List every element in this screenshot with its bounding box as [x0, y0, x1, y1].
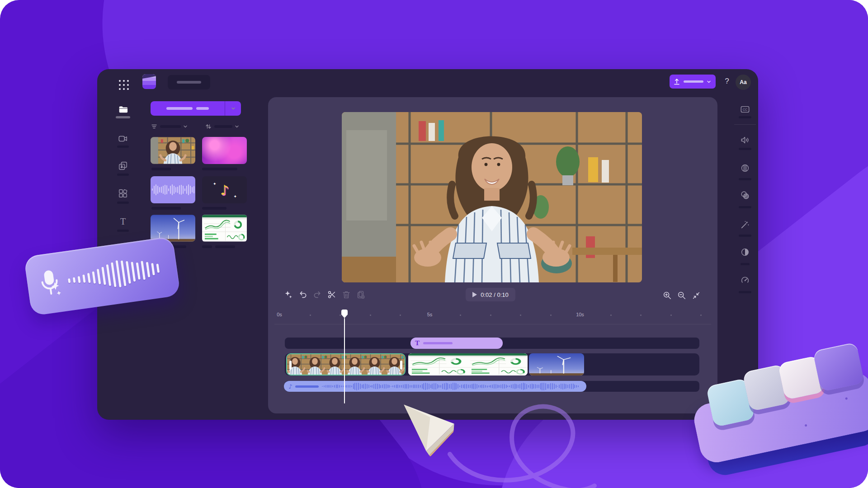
wave-bar	[327, 385, 328, 388]
playback-control[interactable]: 0:02 / 0:10	[466, 288, 515, 301]
media-tile-talking-woman[interactable]	[151, 137, 195, 164]
sidebar-item-filters[interactable]	[740, 163, 750, 173]
sparkle-effects-icon	[283, 290, 293, 300]
wave-bar	[406, 384, 407, 389]
trim-handle-left[interactable]	[289, 361, 292, 370]
project-title-field[interactable]	[168, 75, 210, 89]
sidebar-item-your-media[interactable]	[118, 104, 128, 114]
add-media-dropdown[interactable]	[225, 101, 241, 116]
fit-to-screen-button[interactable]	[691, 291, 701, 300]
trim-handle-right[interactable]	[400, 361, 402, 370]
fit-to-screen-icon	[691, 291, 701, 300]
video-clip-talking-woman[interactable]	[286, 353, 406, 375]
timeline-zoom-out-button[interactable]	[677, 291, 687, 300]
wave-bar	[386, 384, 387, 389]
export-button[interactable]	[670, 75, 716, 89]
wave-bar	[492, 385, 493, 388]
sidebar-item-audio[interactable]	[740, 135, 750, 145]
wave-bar	[463, 385, 464, 389]
wave-bar	[506, 385, 507, 388]
wave-bar	[416, 385, 417, 388]
sidebar-item-speed[interactable]	[740, 275, 750, 285]
zoom-in-icon	[662, 291, 672, 300]
wave-bar	[540, 383, 541, 389]
filters-icon	[740, 163, 750, 173]
help-button[interactable]: ?	[721, 75, 733, 87]
sparkle-icon: ✦	[233, 194, 237, 199]
wave-bar	[548, 384, 549, 389]
wave-bar	[495, 384, 496, 388]
media-tile-music-note[interactable]: ♪ ✦ ✦	[202, 176, 247, 203]
wave-bar	[567, 385, 568, 388]
text-clip[interactable]: T	[410, 338, 503, 349]
wave-bar	[375, 384, 376, 389]
wave-bar	[519, 384, 520, 389]
wave-bar	[557, 386, 558, 387]
wave-bar	[322, 386, 323, 387]
avatar[interactable]: Aa	[736, 75, 751, 90]
add-media-button[interactable]	[151, 101, 241, 116]
captions-icon: CC	[740, 104, 750, 114]
sidebar-item-captions[interactable]: CC	[740, 104, 750, 114]
wave-bar	[425, 383, 426, 389]
wave-bar	[391, 386, 392, 387]
wave-bar	[413, 385, 414, 388]
wave-bar	[571, 384, 572, 389]
sidebar-item-effects[interactable]	[740, 190, 750, 200]
wave-bar	[341, 385, 342, 387]
media-tile-green-charts[interactable]	[202, 215, 247, 242]
wave-bar	[367, 384, 368, 389]
wave-bar	[73, 277, 76, 283]
audio-clip-music[interactable]: ♪	[284, 381, 586, 392]
speed-gauge-icon	[740, 275, 750, 285]
split-button[interactable]	[327, 290, 337, 300]
wave-bar	[372, 385, 373, 388]
sidebar-item-content-library[interactable]	[118, 161, 128, 171]
video-preview[interactable]	[342, 112, 642, 282]
redo-button[interactable]	[312, 290, 322, 300]
sidebar-item-adjust-colors[interactable]	[740, 247, 750, 257]
media-tile-wind-turbines[interactable]	[151, 215, 195, 242]
sidebar-item-text[interactable]: T	[118, 216, 128, 226]
duplicate-button[interactable]	[356, 290, 366, 300]
filter-control[interactable]	[151, 123, 188, 130]
wave-bar	[420, 385, 421, 387]
placeholder-bar	[117, 202, 129, 204]
wave-bar	[380, 385, 381, 388]
wave-bar	[468, 385, 469, 388]
wave-bar	[481, 385, 482, 388]
media-tile-pink-abstract[interactable]	[202, 137, 247, 164]
wave-bar	[487, 385, 488, 388]
media-tile-purple-waveform[interactable]	[151, 176, 195, 203]
wave-bar	[554, 384, 555, 389]
sidebar-item-record-create[interactable]	[118, 134, 128, 144]
effects-button[interactable]	[283, 290, 293, 300]
wave-bar	[186, 186, 187, 194]
wave-bar	[379, 384, 380, 389]
wave-bar	[573, 384, 574, 389]
wave-bar	[566, 384, 566, 389]
sort-control[interactable]	[205, 123, 239, 130]
audio-waveform	[322, 383, 582, 390]
wave-bar	[392, 385, 393, 387]
wave-bar	[165, 185, 165, 195]
sort-icon	[205, 123, 212, 130]
delete-button[interactable]	[341, 290, 351, 300]
wave-bar	[578, 385, 579, 388]
app-launcher-icon[interactable]	[118, 79, 130, 91]
timeline-zoom-in-button[interactable]	[662, 291, 672, 300]
chevron-down-icon	[235, 124, 239, 129]
chevron-down-icon	[231, 106, 236, 111]
music-note-icon: ♪	[220, 182, 229, 198]
wave-bar	[403, 385, 404, 389]
video-clip-wind-turbines[interactable]	[529, 353, 584, 375]
placeholder-bar	[117, 230, 129, 232]
wave-bar	[370, 385, 371, 388]
wave-bar	[513, 384, 514, 389]
sidebar-item-templates[interactable]	[118, 188, 128, 198]
video-clip-green-charts[interactable]	[408, 353, 528, 375]
wave-bar	[358, 383, 359, 390]
wave-bar	[349, 385, 350, 387]
sidebar-item-enhance[interactable]	[740, 220, 750, 230]
undo-button[interactable]	[298, 290, 308, 300]
